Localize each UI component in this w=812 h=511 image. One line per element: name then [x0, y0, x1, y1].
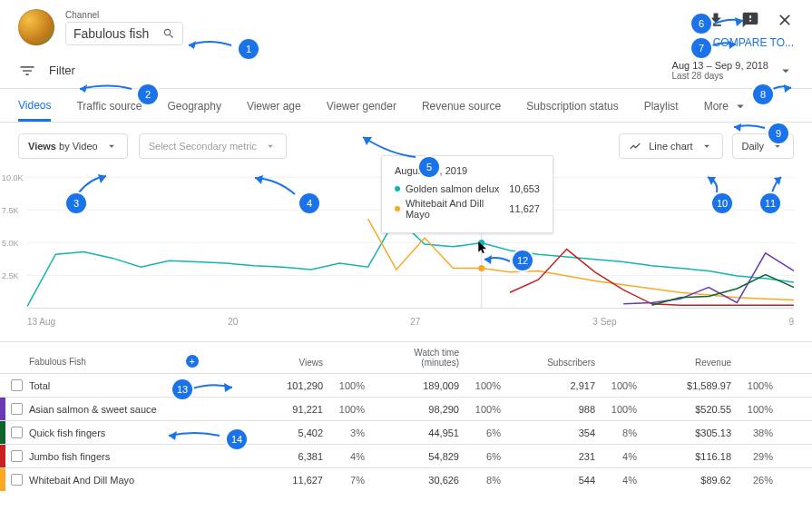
row-title: Asian salmon & sweet sauce: [29, 404, 229, 415]
x-axis: 13 Aug 20 27 3 Sep 9: [27, 317, 794, 327]
chart-type-dropdown[interactable]: Line chart: [619, 133, 722, 159]
chart-tooltip: August 29, 2019 Golden salmon delux 10,6…: [381, 155, 553, 233]
svg-marker-3: [189, 41, 196, 49]
line-chart-icon: [629, 140, 641, 152]
table-row[interactable]: Quick fish fingers5,4023%44,9516%3548%$3…: [0, 420, 812, 444]
date-range-picker[interactable]: Aug 13 – Sep 9, 2018 Last 28 days: [672, 60, 794, 81]
tab-viewer-age[interactable]: Viewer age: [247, 91, 301, 120]
channel-label: Channel: [65, 10, 183, 20]
annotation-callout: 2: [138, 84, 158, 104]
annotation-callout: 6: [691, 14, 711, 34]
tab-more[interactable]: More: [704, 89, 748, 122]
y-tick: 2.5K: [2, 271, 19, 280]
annotation-callout: 8: [753, 84, 773, 104]
svg-marker-15: [224, 383, 232, 392]
svg-marker-4: [80, 84, 87, 93]
date-range-text: Aug 13 – Sep 9, 2018: [672, 60, 768, 71]
annotation-callout: 7: [691, 38, 711, 58]
row-color-strip: [0, 374, 5, 397]
channel-search-group: Channel Fabulous fish: [65, 10, 183, 45]
col-header-views[interactable]: Views: [229, 358, 365, 368]
svg-marker-8: [735, 17, 743, 26]
y-tick: 7.5K: [2, 206, 19, 215]
close-icon[interactable]: [776, 11, 794, 29]
table-title-header: Fabulous Fish: [29, 357, 86, 367]
row-checkbox[interactable]: [11, 450, 23, 462]
svg-marker-11: [734, 123, 741, 132]
y-tick: 10.0K: [2, 173, 24, 182]
y-tick: 5.0K: [2, 239, 19, 248]
primary-metric-dropdown[interactable]: Views by Video: [18, 133, 128, 159]
table-row[interactable]: Whitebait And Dill Mayo11,6277%30,6268%5…: [0, 467, 812, 491]
annotation-callout: 4: [299, 193, 319, 213]
filter-label[interactable]: Filter: [49, 64, 75, 77]
channel-search-value: Fabulous fish: [73, 26, 162, 41]
annotation-callout: 12: [513, 251, 533, 270]
table-header: Fabulous Fish + Views Watch time (minute…: [0, 341, 812, 373]
tab-playlist[interactable]: Playlist: [644, 91, 679, 120]
svg-marker-6: [255, 175, 263, 184]
tab-viewer-gender[interactable]: Viewer gender: [327, 91, 396, 120]
table-row[interactable]: Jumbo fish fingers6,3814%54,8296%2314%$1…: [0, 444, 812, 467]
secondary-metric-dropdown[interactable]: Select Secondary metric: [139, 133, 287, 159]
annotation-callout: 3: [66, 193, 86, 213]
annotation-callout: 10: [712, 193, 732, 213]
data-table: Fabulous Fish + Views Watch time (minute…: [0, 341, 812, 491]
row-color-strip: [0, 421, 5, 444]
chevron-down-icon: [732, 98, 748, 114]
row-checkbox[interactable]: [11, 427, 23, 438]
row-color-strip: [0, 398, 5, 420]
tab-geography[interactable]: Geography: [168, 91, 221, 120]
tab-videos[interactable]: Videos: [18, 90, 51, 122]
col-header-subscribers[interactable]: Subscribers: [501, 358, 637, 368]
chevron-down-icon[interactable]: [778, 63, 794, 79]
annotation-callout: 11: [760, 193, 780, 213]
header-bar: Channel Fabulous fish COMPARE TO...: [0, 0, 812, 53]
col-header-watchtime[interactable]: Watch time (minutes): [365, 348, 501, 368]
svg-marker-16: [169, 431, 177, 440]
row-checkbox[interactable]: [11, 379, 23, 391]
channel-search-box[interactable]: Fabulous fish: [65, 22, 183, 45]
annotation-callout: 9: [768, 123, 788, 143]
table-row[interactable]: Total101,290100%189,009100%2,917100%$1,5…: [0, 373, 812, 397]
annotation-callout: 14: [227, 429, 247, 449]
annotation-callout: 1: [239, 39, 259, 59]
annotation-callout: 13: [172, 379, 192, 399]
annotation-callout: 5: [419, 157, 439, 177]
row-color-strip: [0, 445, 5, 467]
row-title: Jumbo fish fingers: [29, 451, 229, 462]
table-row[interactable]: Asian salmon & sweet sauce91,221100%98,2…: [0, 397, 812, 420]
line-chart[interactable]: 10.0K 7.5K 5.0K 2.5K 13 Aug 20 27 3 Sep …: [0, 168, 812, 327]
chevron-down-icon: [700, 140, 713, 152]
row-checkbox[interactable]: [11, 403, 23, 415]
tab-subscription-status[interactable]: Subscription status: [526, 91, 618, 120]
col-header-revenue[interactable]: Revenue: [637, 358, 773, 368]
legend-dot: [395, 206, 400, 211]
cursor-pointer-icon: [476, 241, 489, 253]
row-color-strip: [0, 468, 5, 491]
row-checkbox[interactable]: [11, 474, 23, 486]
row-title: Whitebait And Dill Mayo: [29, 475, 229, 486]
chevron-down-icon: [264, 140, 277, 152]
search-icon[interactable]: [162, 27, 175, 40]
channel-avatar[interactable]: [18, 9, 54, 45]
legend-dot: [395, 186, 400, 192]
chevron-down-icon: [105, 140, 118, 152]
svg-marker-9: [729, 41, 736, 49]
filter-icon[interactable]: [18, 62, 36, 80]
date-preset-text: Last 28 days: [672, 71, 768, 81]
svg-marker-10: [784, 84, 791, 93]
add-column-button[interactable]: +: [186, 355, 199, 368]
tab-revenue-source[interactable]: Revenue source: [422, 91, 501, 120]
svg-marker-14: [484, 255, 492, 264]
